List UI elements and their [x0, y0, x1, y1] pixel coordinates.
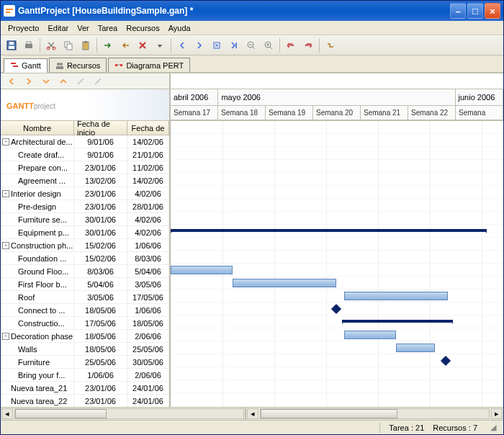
hscroll-thumb-right[interactable] — [261, 409, 397, 418]
menu-ayuda[interactable]: Ayuda — [164, 22, 195, 34]
link-tool-icon[interactable] — [73, 73, 89, 89]
arrow-left-icon[interactable] — [117, 37, 133, 53]
hscroll-left-arrow[interactable]: ◂ — [1, 408, 13, 419]
table-row[interactable]: First Floor b...5/04/063/05/06 — [1, 278, 169, 291]
zoom-in-icon[interactable] — [261, 37, 276, 53]
gantt-area[interactable] — [171, 121, 503, 407]
nav-back-icon[interactable] — [4, 73, 19, 89]
nav-fwd-icon[interactable] — [21, 73, 37, 89]
dropdown-icon[interactable] — [152, 37, 168, 53]
print-icon[interactable] — [21, 37, 37, 53]
gantt-bar[interactable] — [344, 292, 448, 300]
task-name: Architectural de... — [11, 138, 73, 146]
hscroll-track-left[interactable] — [14, 408, 244, 419]
col-name-header[interactable]: Nombre — [1, 121, 74, 135]
expand-icon[interactable]: - — [2, 333, 9, 340]
resize-grip-icon[interactable]: ◢ — [486, 421, 498, 434]
table-row[interactable]: Create draf...9/01/0621/01/06 — [1, 148, 169, 161]
table-row[interactable]: Nueva tarea_2223/01/0624/01/06 — [1, 395, 169, 407]
menu-recursos[interactable]: Recursos — [122, 22, 163, 34]
table-row[interactable]: Equipment p...30/01/064/02/06 — [1, 226, 169, 239]
expand-icon[interactable]: - — [2, 242, 9, 249]
table-row[interactable]: Roof3/05/0617/05/06 — [1, 291, 169, 304]
table-row[interactable]: -Decoration phase18/05/062/06/06 — [1, 330, 169, 343]
table-row[interactable]: Prepare con...23/01/0611/02/06 — [1, 161, 169, 174]
unlink-tool-icon[interactable] — [90, 73, 106, 89]
toolbar — [1, 35, 503, 55]
maximize-button[interactable]: □ — [467, 3, 483, 19]
nav-today-icon[interactable] — [209, 37, 225, 53]
nav-next-icon[interactable] — [192, 37, 207, 53]
gantt-pane: abril 2006mayo 2006junio 2006 Semana 17S… — [171, 73, 503, 407]
table-row[interactable]: Constructio...17/05/0618/05/06 — [1, 317, 169, 330]
timeline-header: abril 2006mayo 2006junio 2006 Semana 17S… — [171, 73, 503, 121]
undo-icon[interactable] — [283, 37, 299, 53]
arrow-right-icon[interactable] — [100, 37, 116, 53]
hscroll-thumb-left[interactable] — [15, 409, 107, 418]
zoom-out-icon[interactable] — [243, 37, 259, 53]
col-end-header[interactable]: Fecha de — [127, 121, 169, 135]
task-name: Walls — [18, 345, 37, 354]
task-end: 3/05/06 — [127, 278, 169, 290]
task-name: Create draf... — [18, 151, 64, 159]
table-row[interactable]: Furniture se...30/01/064/02/06 — [1, 213, 169, 226]
paste-icon[interactable] — [78, 37, 94, 53]
hscroll-left-arrow-2[interactable]: ◂ — [247, 408, 258, 419]
col-start-header[interactable]: Fecha de inicio — [74, 121, 127, 135]
hscroll-right-arrow[interactable]: ▸ — [491, 408, 503, 419]
gantt-bar[interactable] — [396, 344, 435, 352]
tab-gantt[interactable]: Gantt — [4, 58, 48, 73]
task-end: 4/02/06 — [127, 213, 169, 225]
menu-ver[interactable]: Ver — [73, 22, 94, 34]
tab-pert[interactable]: Diagrama PERT — [108, 58, 190, 72]
task-name: Interior design — [11, 189, 61, 198]
gantt-bar[interactable] — [342, 320, 454, 323]
minimize-button[interactable]: – — [450, 3, 466, 19]
nav-end-icon[interactable] — [226, 37, 242, 53]
gantt-bar[interactable] — [171, 229, 487, 232]
save-icon[interactable] — [4, 37, 19, 53]
table-row[interactable]: -Construction ph...15/02/061/06/06 — [1, 239, 169, 252]
table-row[interactable]: Walls18/05/0625/05/06 — [1, 343, 169, 356]
task-start: 13/02/06 — [74, 174, 127, 187]
table-row[interactable]: Bring your f...1/06/062/06/06 — [1, 369, 169, 382]
timeline-spacer — [171, 73, 503, 89]
svg-rect-1 — [6, 12, 10, 13]
task-name: Roof — [18, 293, 35, 302]
cut-icon[interactable] — [43, 37, 59, 53]
task-end: 14/02/06 — [127, 135, 169, 148]
table-row[interactable]: Furniture25/05/0630/05/06 — [1, 356, 169, 369]
copy-icon[interactable] — [60, 37, 76, 53]
table-row[interactable]: Ground Floo...8/03/065/04/06 — [1, 265, 169, 278]
table-row[interactable]: -Architectural de...9/01/0614/02/06 — [1, 135, 169, 148]
table-row[interactable]: Pre-design23/01/0628/01/06 — [1, 200, 169, 213]
table-row[interactable]: Agreement ...13/02/0614/02/06 — [1, 174, 169, 187]
task-start: 30/01/06 — [74, 226, 127, 238]
nav-prev-icon[interactable] — [174, 37, 190, 53]
gantt-bar[interactable] — [233, 279, 336, 287]
gantt-bar[interactable] — [344, 331, 396, 339]
expand-icon[interactable]: - — [2, 138, 9, 145]
menu-proyecto[interactable]: Proyecto — [4, 22, 43, 34]
hscroll-track-right[interactable] — [260, 408, 490, 419]
table-row[interactable]: Nueva tarea_2123/01/0624/01/06 — [1, 382, 169, 395]
gantt-bar[interactable] — [171, 266, 233, 274]
menu-tarea[interactable]: Tarea — [94, 22, 122, 34]
app-logo: GANTTproject — [6, 99, 55, 112]
tab-recursos[interactable]: Recursos — [49, 58, 107, 72]
table-row[interactable]: Connect to ...18/05/061/06/06 — [1, 304, 169, 317]
delete-icon[interactable] — [135, 37, 150, 53]
svg-rect-0 — [6, 9, 13, 10]
links-icon[interactable] — [323, 37, 338, 53]
nav-down-icon[interactable] — [38, 73, 54, 89]
week-cell: Semana 17 — [171, 106, 218, 120]
expand-icon[interactable]: - — [2, 190, 9, 197]
table-row[interactable]: Foundation ...15/02/068/03/06 — [1, 252, 169, 265]
nav-up-icon[interactable] — [55, 73, 71, 89]
table-row[interactable]: -Interior design23/01/064/02/06 — [1, 187, 169, 200]
close-button[interactable]: × — [485, 3, 500, 19]
redo-icon[interactable] — [300, 37, 316, 53]
titlebar: GanttProject [HouseBuildingSample.gan] *… — [1, 1, 503, 21]
menu-editar[interactable]: Editar — [43, 22, 73, 34]
week-cell: Semana 18 — [218, 106, 266, 120]
